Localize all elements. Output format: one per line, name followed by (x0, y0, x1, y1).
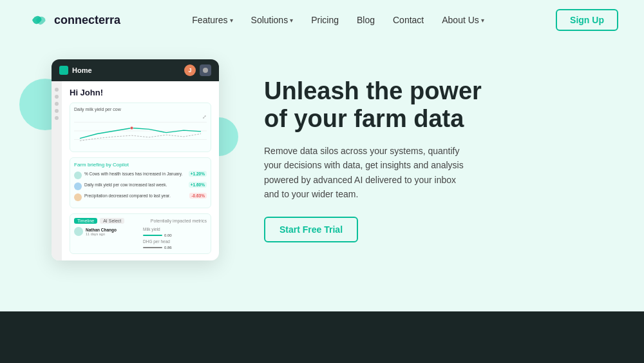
logo-icon (26, 12, 49, 28)
topbar-avatar-orange: J (184, 64, 196, 76)
topbar-avatar-dark (200, 64, 211, 76)
navbar: connecterra Features ▾ Solutions ▾ Prici… (0, 0, 644, 40)
farm-briefing: Farm briefing by Copilot % Cows with hea… (70, 157, 211, 208)
timeline-item: Nathan Chango 11 days ago (74, 227, 138, 236)
chart-svg (74, 114, 207, 148)
hero-text: Unleash the power of your farm data Remo… (251, 77, 605, 243)
nav-about[interactable]: About Us ▾ (442, 15, 484, 25)
briefing-text-2: Daily milk yield per cow increased last … (84, 182, 167, 188)
brand-name: connecterra (54, 14, 120, 27)
dashboard-body: Hi John! Daily milk yield per cow ⤢ (62, 81, 219, 260)
chart-area: ⤢ (74, 114, 207, 148)
metric-line-1 (143, 235, 162, 236)
dashboard-topbar: Home J (52, 59, 219, 81)
nav-links: Features ▾ Solutions ▾ Pricing Blog Cont… (192, 15, 484, 25)
sidebar-dot-1 (55, 88, 59, 92)
nav-features[interactable]: Features ▾ (192, 15, 232, 25)
logo[interactable]: connecterra (26, 12, 120, 28)
hero-section: Home J Hi Joh (0, 46, 644, 260)
briefing-item-2: Daily milk yield per cow increased last … (74, 182, 207, 190)
start-free-trial-button[interactable]: Start Free Trial (264, 217, 358, 242)
hero-subtitle: Remove data silos across your systems, q… (264, 144, 470, 202)
briefing-header: Farm briefing by Copilot (74, 162, 207, 168)
bottom-bar (0, 311, 644, 363)
metric-val-1: 0.00 (164, 233, 172, 237)
briefing-bullet-1 (74, 172, 82, 179)
signup-button[interactable]: Sign Up (556, 9, 618, 31)
briefing-badge-1: +1.20% (189, 171, 207, 177)
solutions-chevron: ▾ (290, 17, 293, 24)
chart-section: Daily milk yield per cow ⤢ (70, 103, 211, 152)
briefing-item-1: % Cows with health issues has increased … (74, 171, 207, 179)
animal-name: Nathan Chango (86, 228, 138, 232)
hero-title: Unleash the power of your farm data (264, 77, 605, 133)
about-chevron: ▾ (481, 17, 484, 24)
nav-blog[interactable]: Blog (357, 15, 375, 25)
dashboard-home-icon (59, 66, 68, 75)
briefing-badge-2: +1.60% (189, 182, 207, 188)
dashboard-card: Home J Hi Joh (52, 59, 219, 260)
briefing-item-3: Precipitation decreased compared to last… (74, 193, 207, 201)
dashboard-mockup: Home J Hi Joh (39, 59, 225, 260)
nav-pricing[interactable]: Pricing (311, 15, 339, 25)
briefing-text-1: % Cows with health issues has increased … (84, 171, 182, 177)
potentially-impacted-label: Potentially impacted metrics (151, 219, 207, 223)
sidebar-dot-2 (55, 95, 59, 99)
dashboard-greeting: Hi John! (70, 88, 211, 97)
animal-sub: 11 days ago (86, 232, 138, 236)
features-chevron: ▾ (230, 17, 233, 24)
metric-line-2 (143, 247, 162, 248)
chart-title: Daily milk yield per cow (74, 107, 207, 112)
sidebar-dot-3 (55, 102, 59, 106)
animal-avatar (74, 227, 83, 236)
svg-point-4 (130, 126, 133, 129)
tab-ai-select[interactable]: AI Select (100, 218, 124, 224)
timeline-col-right: Milk yield 0.00 DHG per head 0.86 (143, 227, 207, 250)
timeline-cols: Nathan Chango 11 days ago Milk yield 0.0… (74, 227, 207, 250)
tab-timeline[interactable]: Timeline (74, 218, 97, 224)
sidebar-dot-5 (55, 116, 59, 120)
dashboard-topbar-title: Home (72, 66, 92, 74)
milk-yield-label: Milk yield (143, 227, 207, 231)
chart-expand-icon[interactable]: ⤢ (202, 114, 207, 120)
nav-solutions[interactable]: Solutions ▾ (251, 15, 294, 25)
timeline-col-left: Nathan Chango 11 days ago (74, 227, 138, 250)
sidebar-dot-4 (55, 109, 59, 113)
nav-contact[interactable]: Contact (393, 15, 424, 25)
dhg-label: DHG per head (143, 239, 207, 244)
milk-yield-metric: 0.00 (143, 233, 207, 237)
briefing-badge-3: -0.63% (189, 193, 207, 199)
svg-point-0 (203, 68, 208, 73)
briefing-text-3: Precipitation decreased compared to last… (84, 193, 171, 199)
dhg-metric: 0.86 (143, 246, 207, 250)
timeline-section: Timeline AI Select Potentially impacted … (70, 213, 211, 254)
metric-val-2: 0.86 (164, 246, 172, 250)
briefing-bullet-2 (74, 182, 82, 190)
timeline-header: Timeline AI Select Potentially impacted … (74, 218, 207, 224)
briefing-bullet-3 (74, 193, 82, 201)
